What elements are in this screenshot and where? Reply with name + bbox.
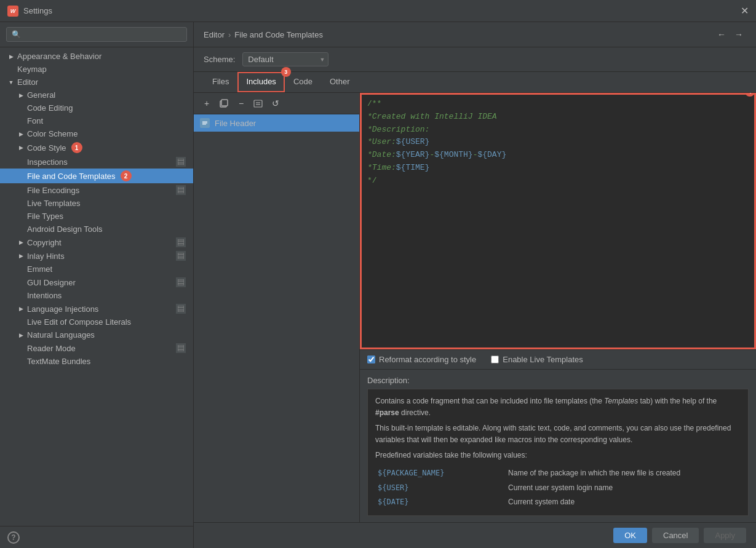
- sidebar-item-gui-designer[interactable]: GUI Designer: [0, 276, 193, 289]
- sidebar-item-label: Code Editing: [27, 103, 73, 113]
- sidebar-item-label: File Types: [27, 212, 63, 221]
- var-table: ${PACKAGE_NAME} Name of the package in w…: [375, 466, 741, 509]
- expand-arrow-icon: [17, 105, 25, 112]
- template-icon: [200, 118, 210, 128]
- tab-files[interactable]: Files: [204, 72, 237, 92]
- expand-arrow-icon: ▶: [17, 332, 25, 339]
- sidebar-item-label: TextMate Bundles: [27, 357, 90, 366]
- expand-arrow-icon: ▶: [17, 305, 25, 312]
- settings-icon: [176, 237, 186, 247]
- sidebar-item-label: Color Scheme: [27, 129, 78, 138]
- sidebar-item-general[interactable]: ▶ General: [0, 89, 193, 101]
- apply-button[interactable]: Apply: [704, 528, 746, 543]
- expand-arrow-icon: [17, 186, 25, 194]
- titlebar: W Settings ✕: [0, 0, 756, 22]
- sidebar-item-live-templates[interactable]: Live Templates: [0, 197, 193, 210]
- live-templates-checkbox[interactable]: [491, 355, 499, 363]
- live-templates-label: Enable Live Templates: [503, 355, 583, 364]
- copy-template-button[interactable]: [216, 95, 232, 111]
- tab-includes[interactable]: Includes 3: [237, 72, 284, 92]
- code-line-7: */: [367, 175, 749, 188]
- sidebar-item-label: Inspections: [27, 157, 68, 167]
- desc-text-3: Predefined variables take the following …: [375, 450, 741, 461]
- duplicate-template-button[interactable]: [250, 95, 266, 111]
- svg-rect-18: [178, 345, 184, 351]
- sidebar-item-label: Editor: [17, 77, 38, 87]
- ok-button[interactable]: OK: [613, 528, 647, 543]
- sidebar-item-file-types[interactable]: File Types: [0, 210, 193, 223]
- svg-rect-9: [178, 253, 184, 259]
- window-title: Settings: [23, 6, 52, 15]
- remove-template-button[interactable]: −: [233, 95, 249, 111]
- close-button[interactable]: ✕: [741, 5, 749, 17]
- sidebar-item-inspections[interactable]: Inspections: [0, 155, 193, 169]
- tab-other[interactable]: Other: [321, 72, 359, 92]
- reset-template-button[interactable]: ↺: [268, 95, 284, 111]
- expand-arrow-icon: ▶: [17, 144, 25, 151]
- sidebar-item-inlay-hints[interactable]: ▶ Inlay Hints: [0, 249, 193, 263]
- var-name: ${DATE}: [375, 495, 506, 509]
- sidebar-item-label: Inlay Hints: [27, 252, 65, 261]
- sidebar-item-code-style[interactable]: ▶ Code Style 1: [0, 140, 193, 155]
- expand-arrow-icon: [7, 66, 15, 73]
- forward-button[interactable]: →: [731, 27, 746, 42]
- sidebar-item-reader-mode[interactable]: Reader Mode: [0, 341, 193, 355]
- sidebar-item-color-scheme[interactable]: ▶ Color Scheme: [0, 127, 193, 140]
- tabs-row: Files Includes 3 Code Other: [194, 72, 756, 93]
- breadcrumb-separator: ›: [228, 30, 231, 39]
- sidebar-item-file-encodings[interactable]: File Encodings: [0, 183, 193, 197]
- settings-icon: [176, 157, 186, 167]
- sidebar-item-file-and-code-templates[interactable]: File and Code Templates 2: [0, 169, 193, 183]
- expand-arrow-icon: [17, 358, 25, 365]
- template-toolbar: + −: [194, 93, 359, 114]
- back-button[interactable]: ←: [714, 27, 729, 42]
- template-item-file-header[interactable]: File Header: [194, 114, 359, 132]
- sidebar-item-label: File Encodings: [27, 186, 79, 195]
- sidebar-item-language-injections[interactable]: ▶ Language Injections: [0, 302, 193, 316]
- expand-arrow-icon: [17, 292, 25, 300]
- nav-tree: ▶ Appearance & Behavior Keymap ▼ Editor …: [0, 47, 193, 526]
- var-row: ${PACKAGE_NAME} Name of the package in w…: [375, 466, 741, 480]
- sidebar-item-label: Intentions: [27, 291, 62, 300]
- cancel-button[interactable]: Cancel: [652, 528, 699, 543]
- code-editor[interactable]: /** *Created with IntelliJ IDEA *Descrip…: [360, 93, 756, 349]
- sidebar-item-label: File and Code Templates: [27, 172, 116, 181]
- help-button[interactable]: ?: [7, 531, 20, 544]
- search-bar: [0, 22, 193, 47]
- sidebar-item-copyright[interactable]: ▶ Copyright: [0, 236, 193, 249]
- sidebar-item-emmet[interactable]: Emmet: [0, 263, 193, 276]
- sidebar-item-textmate-bundles[interactable]: TextMate Bundles: [0, 355, 193, 368]
- sidebar-item-font[interactable]: Font: [0, 114, 193, 127]
- sidebar-item-intentions[interactable]: Intentions: [0, 289, 193, 302]
- tab-code[interactable]: Code: [285, 72, 321, 92]
- code-line-2: *Created with IntelliJ IDEA: [367, 111, 749, 124]
- template-list-panel: + −: [194, 93, 360, 522]
- template-item-label: File Header: [215, 119, 256, 128]
- sidebar-item-label: Appearance & Behavior: [17, 52, 101, 61]
- live-templates-checkbox-wrap[interactable]: Enable Live Templates: [491, 355, 583, 364]
- expand-arrow-icon: ▶: [17, 130, 25, 138]
- svg-rect-6: [178, 239, 184, 245]
- svg-rect-15: [178, 306, 184, 312]
- badge-1: 1: [71, 142, 82, 153]
- reformat-checkbox-wrap[interactable]: Reformat according to style: [367, 355, 476, 364]
- bottom-bar: ?: [0, 526, 193, 548]
- sidebar-item-editor[interactable]: ▼ Editor: [0, 76, 193, 89]
- tab-includes-label: Includes: [246, 77, 276, 86]
- sidebar-item-natural-languages[interactable]: ▶ Natural Languages: [0, 328, 193, 341]
- var-desc: Name of the package in which the new fil…: [506, 466, 741, 480]
- sidebar-item-android-design-tools[interactable]: Android Design Tools: [0, 223, 193, 236]
- badge-3: 3: [281, 67, 291, 77]
- sidebar-item-code-editing[interactable]: Code Editing: [0, 101, 193, 114]
- add-template-button[interactable]: +: [199, 95, 215, 111]
- sidebar-item-keymap[interactable]: Keymap: [0, 63, 193, 76]
- settings-icon: [176, 277, 186, 287]
- sidebar-item-label: Emmet: [27, 264, 52, 274]
- expand-arrow-icon: [17, 319, 25, 326]
- reformat-checkbox[interactable]: [367, 355, 375, 363]
- sidebar-item-label: Android Design Tools: [27, 224, 103, 234]
- sidebar-item-appearance[interactable]: ▶ Appearance & Behavior: [0, 50, 193, 63]
- search-input[interactable]: [6, 27, 187, 42]
- sidebar-item-live-edit[interactable]: Live Edit of Compose Literals: [0, 316, 193, 328]
- scheme-select[interactable]: Default: [242, 52, 328, 66]
